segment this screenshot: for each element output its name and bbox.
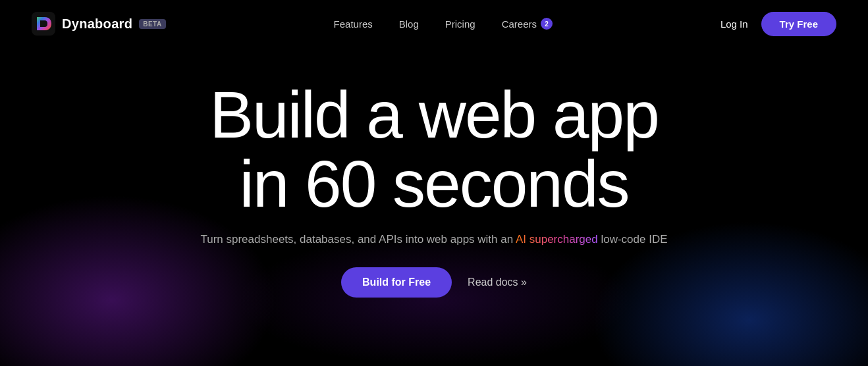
hero-subtitle-prefix: Turn spreadsheets, databases, and APIs i… bbox=[200, 233, 516, 246]
beta-badge: BETA bbox=[139, 19, 165, 29]
nav-link-careers[interactable]: Careers 2 bbox=[502, 18, 553, 30]
logo-area[interactable]: Dynaboard BETA bbox=[32, 12, 166, 36]
brand-name: Dynaboard bbox=[62, 16, 132, 32]
hero-ctas: Build for Free Read docs » bbox=[341, 267, 527, 298]
hero-title-line1: Build a web app bbox=[209, 78, 659, 151]
read-docs-link[interactable]: Read docs » bbox=[468, 276, 527, 288]
logo-icon bbox=[32, 12, 55, 36]
nav-link-pricing[interactable]: Pricing bbox=[445, 18, 475, 30]
navbar: Dynaboard BETA Features Blog Pricing Car… bbox=[0, 0, 868, 47]
hero-section: Build a web app in 60 seconds Turn sprea… bbox=[0, 47, 868, 298]
nav-link-features[interactable]: Features bbox=[334, 18, 373, 30]
hero-subtitle-suffix: low-code IDE bbox=[598, 233, 668, 246]
nav-actions: Log In Try Free bbox=[720, 12, 836, 36]
try-free-button[interactable]: Try Free bbox=[761, 12, 836, 36]
login-button[interactable]: Log In bbox=[720, 18, 748, 30]
hero-title-line2: in 60 seconds bbox=[239, 147, 628, 221]
hero-ai-text: AI supercharged bbox=[516, 233, 598, 246]
hero-title: Build a web app in 60 seconds bbox=[209, 80, 659, 219]
careers-badge: 2 bbox=[541, 18, 553, 30]
nav-links: Features Blog Pricing Careers 2 bbox=[334, 18, 553, 30]
nav-link-blog[interactable]: Blog bbox=[399, 18, 419, 30]
hero-subtitle: Turn spreadsheets, databases, and APIs i… bbox=[200, 233, 667, 246]
build-for-free-button[interactable]: Build for Free bbox=[341, 267, 452, 298]
